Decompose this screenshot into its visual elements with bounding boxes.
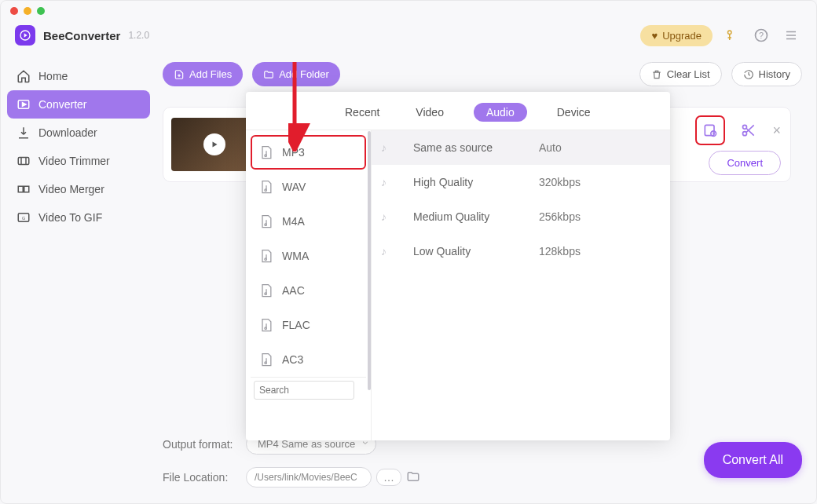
home-icon <box>16 69 31 83</box>
svg-text:G: G <box>22 216 25 221</box>
file-location-value: /Users/link/Movies/BeeC <box>246 467 372 488</box>
sidebar: Home Converter Downloader Video Trimmer … <box>1 57 158 497</box>
format-ac3[interactable]: AC3 <box>251 342 366 377</box>
output-format-label: Output format: <box>163 438 235 451</box>
annotation-arrow <box>288 57 320 152</box>
format-scrollbar[interactable] <box>368 131 371 390</box>
tab-recent[interactable]: Recent <box>339 103 386 122</box>
preset-icon <box>702 122 718 138</box>
merger-icon <box>16 182 31 196</box>
tab-device[interactable]: Device <box>551 103 597 122</box>
quality-rate: 256kbps <box>539 210 581 223</box>
svg-point-21 <box>265 224 267 226</box>
svg-rect-7 <box>18 158 29 165</box>
svg-point-25 <box>265 362 267 364</box>
history-icon <box>743 69 754 80</box>
file-plus-icon <box>174 69 185 80</box>
sidebar-item-home[interactable]: Home <box>7 62 150 90</box>
traffic-minimize[interactable] <box>24 7 31 15</box>
sidebar-item-converter[interactable]: Converter <box>7 90 150 119</box>
convert-all-label: Convert All <box>723 453 783 466</box>
app-logo <box>15 25 35 46</box>
sidebar-item-gif[interactable]: G Video To GIF <box>7 203 150 232</box>
traffic-zoom[interactable] <box>37 7 45 15</box>
key-icon[interactable] <box>720 24 742 46</box>
video-thumbnail[interactable] <box>171 118 258 171</box>
quality-same-as-source[interactable]: ♪ Same as source Auto <box>372 130 670 165</box>
format-label: AC3 <box>282 353 303 366</box>
convert-all-button[interactable]: Convert All <box>704 442 802 478</box>
quality-medium[interactable]: ♪ Medium Quality 256kbps <box>372 199 670 234</box>
file-location-label: File Location: <box>163 471 235 484</box>
menu-icon[interactable] <box>780 24 802 46</box>
audio-file-icon <box>258 144 274 160</box>
audio-file-icon <box>258 248 274 264</box>
app-version: 1.2.0 <box>128 30 149 41</box>
traffic-close[interactable] <box>10 7 18 15</box>
cut-button[interactable] <box>739 121 758 140</box>
audio-file-icon <box>258 352 274 367</box>
sidebar-item-label: Video To GIF <box>38 211 102 224</box>
svg-point-19 <box>265 155 267 157</box>
app-title: BeeConverter <box>43 29 120 42</box>
format-wav[interactable]: WAV <box>251 170 366 204</box>
format-search-input[interactable] <box>254 381 354 400</box>
format-label: AAC <box>282 284 305 297</box>
sidebar-item-label: Home <box>38 70 68 82</box>
music-icon: ♪ <box>381 141 387 154</box>
quality-list: ♪ Same as source Auto ♪ High Quality 320… <box>372 130 670 440</box>
audio-file-icon <box>258 283 274 298</box>
format-flac[interactable]: FLAC <box>251 308 366 342</box>
format-m4a[interactable]: M4A <box>251 204 366 239</box>
upgrade-button[interactable]: ♥ Upgrade <box>640 25 713 46</box>
audio-file-icon <box>258 214 274 229</box>
folder-plus-icon <box>263 69 274 80</box>
help-icon[interactable]: ? <box>750 24 772 46</box>
remove-file-button[interactable]: × <box>772 122 781 139</box>
settings-highlight <box>695 115 725 145</box>
svg-point-24 <box>265 327 267 330</box>
format-label: M4A <box>282 215 305 228</box>
svg-marker-6 <box>23 103 27 107</box>
sidebar-item-merger[interactable]: Video Merger <box>7 175 150 203</box>
convert-button[interactable]: Convert <box>709 151 781 175</box>
sidebar-item-downloader[interactable]: Downloader <box>7 119 150 147</box>
quality-label: High Quality <box>413 176 539 188</box>
svg-point-2 <box>728 31 732 35</box>
browse-path-button[interactable]: … <box>376 469 401 486</box>
svg-point-23 <box>265 293 267 295</box>
svg-text:?: ? <box>759 31 764 40</box>
music-icon: ♪ <box>381 210 387 223</box>
folder-icon <box>406 469 420 484</box>
sidebar-item-trimmer[interactable]: Video Trimmer <box>7 147 150 175</box>
music-icon: ♪ <box>381 176 387 188</box>
open-folder-button[interactable] <box>406 469 420 486</box>
quality-label: Low Quality <box>413 245 539 257</box>
tab-audio[interactable]: Audio <box>474 103 527 122</box>
quality-low[interactable]: ♪ Low Quality 128kbps <box>372 234 670 268</box>
quality-rate: 128kbps <box>539 245 581 257</box>
converter-icon <box>16 97 31 111</box>
music-icon: ♪ <box>381 245 387 257</box>
quality-rate: Auto <box>539 141 562 154</box>
heart-icon: ♥ <box>651 30 658 42</box>
quality-high[interactable]: ♪ High Quality 320kbps <box>372 165 670 199</box>
format-list: MP3 WAV M4A WMA <box>246 130 372 440</box>
preset-settings-button[interactable] <box>701 121 720 140</box>
svg-rect-8 <box>18 186 23 192</box>
sidebar-item-label: Downloader <box>38 126 97 139</box>
clear-list-button[interactable]: Clear List <box>639 62 722 86</box>
quality-label: Medium Quality <box>413 210 539 223</box>
scissors-icon <box>741 122 757 138</box>
tab-video[interactable]: Video <box>409 103 450 122</box>
svg-marker-12 <box>213 142 218 148</box>
svg-point-15 <box>743 125 747 129</box>
format-wma[interactable]: WMA <box>251 239 366 273</box>
format-aac[interactable]: AAC <box>251 273 366 308</box>
gif-icon: G <box>16 210 31 225</box>
history-button[interactable]: History <box>731 62 802 86</box>
svg-point-22 <box>265 258 267 261</box>
audio-file-icon <box>258 179 274 195</box>
add-files-button[interactable]: Add Files <box>163 62 243 86</box>
trash-icon <box>651 69 662 80</box>
